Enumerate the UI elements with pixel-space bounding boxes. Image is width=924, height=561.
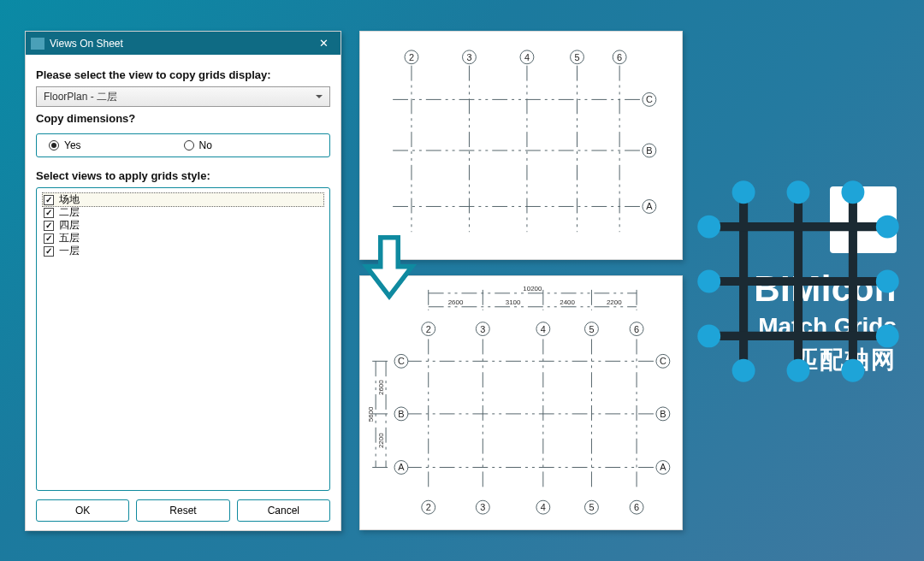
svg-text:3: 3	[480, 502, 485, 512]
checkbox-icon[interactable]	[44, 221, 54, 231]
radio-no-label: No	[199, 139, 212, 151]
combo-value: FloorPlan - 二层	[44, 90, 117, 104]
list-item[interactable]: 场地	[42, 192, 324, 207]
svg-text:2600: 2600	[448, 298, 464, 306]
svg-text:A: A	[646, 201, 653, 211]
svg-point-98	[697, 324, 720, 347]
svg-text:5: 5	[589, 324, 594, 334]
list-item-label: 一层	[59, 245, 80, 257]
svg-text:C: C	[398, 356, 405, 366]
svg-point-94	[787, 359, 810, 382]
list-item-label: 五层	[59, 232, 80, 245]
list-item-label: 二层	[59, 206, 80, 219]
radio-no[interactable]: No	[184, 139, 212, 151]
svg-point-101	[876, 324, 899, 347]
dialog-titlebar[interactable]: Views On Sheet ✕	[26, 32, 341, 55]
svg-text:B: B	[660, 409, 666, 419]
cancel-button[interactable]: Cancel	[237, 499, 330, 522]
panel-grids-before: 23456CBA	[359, 31, 683, 260]
prompt-select-views: Select views to apply grids style:	[36, 169, 330, 182]
radio-dot-icon	[184, 140, 194, 151]
prompt-copy-source: Please select the view to copy grids dis…	[36, 68, 330, 81]
svg-text:2200: 2200	[377, 433, 385, 448]
svg-text:A: A	[660, 462, 666, 472]
svg-text:3: 3	[466, 52, 471, 62]
svg-text:2: 2	[409, 52, 414, 62]
svg-text:C: C	[660, 356, 666, 366]
svg-point-97	[697, 270, 720, 293]
list-item[interactable]: 五层	[44, 232, 323, 245]
list-target-views[interactable]: 场地二层四层五层一层	[36, 187, 330, 491]
list-item-label: 四层	[59, 219, 80, 232]
radio-copy-dimensions: Yes No	[36, 133, 330, 157]
svg-text:2600: 2600	[377, 380, 385, 395]
svg-text:6: 6	[634, 502, 639, 512]
svg-text:3100: 3100	[506, 298, 521, 306]
dialog-views-on-sheet: Views On Sheet ✕ Please select the view …	[25, 31, 341, 531]
svg-point-96	[697, 216, 720, 239]
svg-text:B: B	[398, 409, 404, 419]
svg-text:4: 4	[541, 502, 546, 512]
dialog-title: Views On Sheet	[50, 38, 311, 50]
svg-text:5: 5	[589, 502, 594, 512]
list-item[interactable]: 二层	[44, 206, 323, 219]
svg-point-95	[841, 359, 864, 382]
radio-yes[interactable]: Yes	[49, 139, 81, 151]
checkbox-icon[interactable]	[44, 195, 54, 205]
svg-text:C: C	[646, 94, 653, 104]
svg-text:4: 4	[541, 324, 546, 334]
ok-button[interactable]: OK	[36, 499, 129, 522]
svg-point-91	[787, 180, 810, 204]
arrow-down-icon	[364, 238, 415, 299]
prompt-copy-dims: Copy dimensions?	[36, 112, 330, 125]
svg-text:6: 6	[617, 52, 622, 62]
svg-text:2200: 2200	[607, 298, 622, 306]
panel-grids-after: 2233445566CCBBAA102002600310024002200560…	[359, 275, 683, 530]
radio-yes-label: Yes	[64, 139, 81, 151]
checkbox-icon[interactable]	[44, 208, 54, 218]
branding-block: BIMicon Match Grids 匹配轴网	[700, 186, 897, 376]
list-item-label: 场地	[59, 193, 80, 206]
combo-source-view[interactable]: FloorPlan - 二层	[36, 86, 330, 107]
logo-icon	[830, 186, 897, 253]
svg-text:B: B	[646, 145, 652, 156]
svg-text:A: A	[398, 462, 405, 472]
list-item[interactable]: 四层	[44, 219, 323, 232]
close-icon[interactable]: ✕	[311, 34, 335, 53]
app-icon	[31, 38, 44, 50]
button-row: OK Reset Cancel	[36, 499, 330, 522]
svg-text:2: 2	[426, 324, 431, 334]
radio-dot-icon	[49, 140, 59, 151]
svg-text:6: 6	[634, 324, 639, 334]
reset-button[interactable]: Reset	[136, 499, 229, 522]
svg-point-90	[732, 180, 755, 204]
list-item[interactable]: 一层	[44, 245, 323, 257]
svg-point-100	[876, 270, 899, 293]
svg-text:2: 2	[426, 502, 431, 512]
dialog-body: Please select the view to copy grids dis…	[26, 55, 341, 530]
checkbox-icon[interactable]	[44, 246, 54, 257]
svg-point-99	[876, 216, 899, 239]
svg-text:5: 5	[574, 52, 579, 62]
svg-text:10200: 10200	[523, 285, 542, 292]
svg-text:3: 3	[480, 324, 485, 334]
svg-text:2400: 2400	[560, 298, 575, 306]
checkbox-icon[interactable]	[44, 233, 54, 244]
svg-point-93	[732, 359, 755, 382]
svg-text:4: 4	[524, 52, 530, 62]
svg-point-92	[841, 180, 864, 204]
